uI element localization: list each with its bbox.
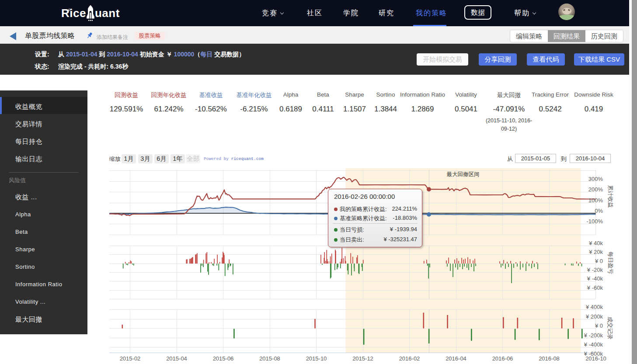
svg-text:最大回撤区间: 最大回撤区间 — [447, 171, 480, 177]
svg-text:2015-12: 2015-12 — [352, 355, 373, 362]
svg-text:2016-02: 2016-02 — [399, 355, 420, 362]
svg-text:300%: 300% — [588, 176, 603, 182]
svg-text:-100%: -100% — [586, 218, 603, 225]
svg-text:¥ -20k: ¥ -20k — [587, 267, 603, 273]
svg-text:¥ -60k: ¥ -60k — [587, 284, 603, 291]
svg-text:2015-08: 2015-08 — [259, 355, 280, 362]
svg-text:2016-04: 2016-04 — [446, 355, 466, 362]
svg-text:¥ 400k: ¥ 400k — [585, 304, 603, 310]
svg-text:¥ -40k: ¥ -40k — [587, 275, 603, 282]
svg-text:¥ 0: ¥ 0 — [595, 258, 603, 264]
svg-text:¥ -200k: ¥ -200k — [584, 332, 603, 339]
svg-text:100%: 100% — [588, 197, 603, 204]
svg-text:2015-06: 2015-06 — [213, 355, 234, 362]
svg-text:0%: 0% — [595, 208, 603, 214]
svg-text:2016-06: 2016-06 — [492, 355, 513, 362]
svg-text:¥ 20k: ¥ 20k — [588, 249, 603, 255]
svg-text:¥ 0: ¥ 0 — [595, 322, 603, 329]
svg-text:2016-10: 2016-10 — [585, 355, 606, 362]
svg-text:2015-02: 2015-02 — [120, 355, 141, 362]
svg-text:2016-08: 2016-08 — [539, 355, 560, 362]
svg-text:2015-04: 2015-04 — [166, 355, 187, 362]
svg-text:2015-10: 2015-10 — [306, 355, 327, 362]
svg-text:每日盈亏: 每日盈亏 — [607, 251, 614, 274]
svg-text:¥ 200k: ¥ 200k — [585, 313, 603, 320]
svg-text:成交记录: 成交记录 — [607, 317, 613, 340]
svg-text:累计收益: 累计收益 — [607, 185, 614, 208]
svg-text:¥ -400k: ¥ -400k — [584, 341, 603, 348]
svg-text:¥ 40k: ¥ 40k — [588, 240, 603, 246]
svg-text:200%: 200% — [588, 186, 603, 193]
